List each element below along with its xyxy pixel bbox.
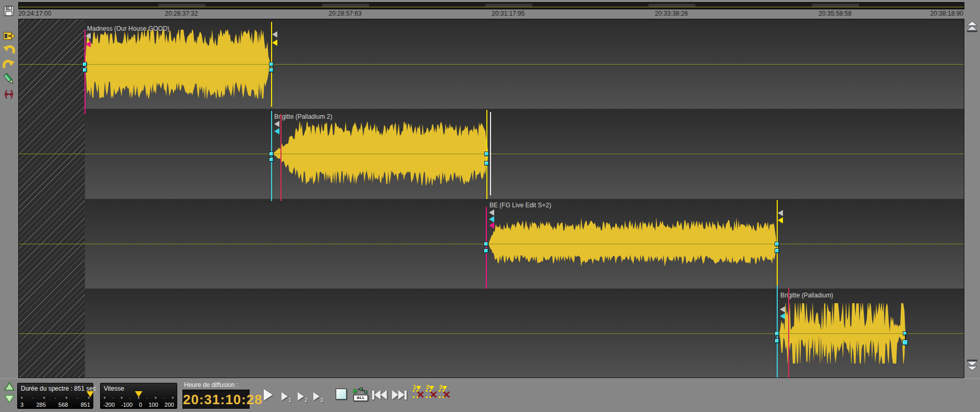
- fade-handle[interactable]: [484, 161, 489, 166]
- overview-mark: [485, 4, 532, 7]
- marker-triangle-cyan[interactable]: [780, 313, 785, 319]
- fade-handle[interactable]: [82, 68, 87, 72]
- export-icon: [2, 30, 16, 42]
- playhead-line[interactable]: [490, 112, 491, 195]
- scroll-down-button[interactable]: [965, 359, 979, 372]
- play-2-button[interactable]: 2: [298, 392, 304, 402]
- spectrum-duration-panel: Durée du spectre : 851 sec +·+·+·+ 32855…: [17, 383, 93, 409]
- play-3-button[interactable]: 3: [313, 392, 320, 402]
- marker-triangle-yellow[interactable]: [272, 40, 277, 46]
- ruler-timestamp: 20:26:37:32: [165, 10, 198, 17]
- speed-panel: Vitesse +·+·+·+·+ -200-1000100200: [100, 383, 177, 409]
- play-1-icon: [281, 392, 288, 401]
- fade-handle[interactable]: [903, 331, 907, 335]
- marker-triangle-gray[interactable]: [272, 31, 277, 38]
- marker-triangle-gray[interactable]: [274, 121, 279, 127]
- right-scroll-column: [964, 0, 980, 412]
- fade-handle[interactable]: [484, 242, 488, 246]
- marker-triangle-magenta[interactable]: [489, 222, 494, 229]
- cue-line-red[interactable]: [280, 114, 281, 201]
- marker-triangle-cyan[interactable]: [489, 216, 494, 222]
- skip-to-start-button[interactable]: [372, 390, 387, 399]
- marker-triangle-gray[interactable]: [778, 210, 783, 216]
- track-center-line: [19, 154, 964, 154]
- fade-handle[interactable]: [269, 68, 274, 72]
- timeline-ruler[interactable]: 20:24:17:0020:26:37:3220:28:57:6320:31:1…: [18, 9, 964, 18]
- tick-label: 285: [36, 402, 45, 408]
- stop-button[interactable]: [336, 389, 347, 399]
- scroll-up-button[interactable]: [965, 21, 979, 33]
- fade-handle[interactable]: [269, 62, 274, 67]
- cue-line-magenta[interactable]: [486, 207, 487, 289]
- tick-label: 851: [81, 402, 90, 408]
- fit-icon: [2, 88, 16, 101]
- export-button[interactable]: [2, 29, 16, 43]
- skip-to-start-icon: [372, 390, 387, 399]
- tick-label: -100: [121, 402, 132, 408]
- speed-slider-handle[interactable]: [135, 391, 142, 397]
- save-button[interactable]: [2, 4, 16, 18]
- fade-handle[interactable]: [775, 242, 779, 246]
- timeline-overview[interactable]: [18, 2, 964, 9]
- marker-triangle-magenta[interactable]: [85, 41, 91, 47]
- ruler-timestamp: 20:35:58:58: [818, 10, 851, 17]
- tick-mark: +: [43, 396, 45, 401]
- fade-handle[interactable]: [775, 339, 779, 343]
- play-1-button[interactable]: 1: [281, 392, 288, 402]
- waveform-canvas[interactable]: Madness (Our House GOOD)Brigitte (Pallad…: [18, 19, 964, 378]
- pencil-icon: [2, 73, 16, 85]
- play-button[interactable]: [264, 389, 273, 402]
- nudge-down-button[interactable]: [3, 394, 16, 405]
- tick-mark: +: [120, 396, 123, 401]
- overview-mark: [158, 4, 205, 7]
- edit-button[interactable]: [2, 72, 16, 86]
- nudge-up-button[interactable]: [3, 382, 16, 392]
- play-all-button[interactable]: ALL: [353, 388, 368, 403]
- play-all-icon: ALL: [353, 388, 368, 401]
- clip-label: Madness (Our House GOOD): [87, 25, 169, 32]
- undo-button[interactable]: [2, 44, 16, 57]
- tick-mark: ·: [32, 396, 34, 401]
- fade-handle[interactable]: [775, 248, 779, 253]
- marker-triangle-yellow[interactable]: [778, 217, 783, 223]
- redo-icon: [2, 59, 16, 71]
- marker-triangle-cyan[interactable]: [274, 128, 279, 134]
- floppy-icon: [2, 5, 16, 17]
- fit-width-button[interactable]: [2, 88, 16, 101]
- triangle-down-icon: [4, 397, 15, 405]
- cue-line-red[interactable]: [788, 288, 789, 378]
- fade-handle[interactable]: [484, 248, 488, 253]
- fade-handle[interactable]: [269, 152, 274, 156]
- marker-triangle-gray[interactable]: [85, 33, 91, 39]
- broadcast-time-label: Heure de diffusion :: [184, 381, 238, 389]
- tick-label: 100: [149, 402, 158, 408]
- fade-handle[interactable]: [775, 331, 779, 336]
- tick-mark: +: [154, 396, 157, 401]
- spectrum-slider-handle[interactable]: [87, 391, 94, 397]
- track-center-line: [19, 244, 964, 244]
- tick-mark: +: [65, 396, 68, 401]
- stop-icon: [336, 389, 347, 399]
- marker-triangle-gray[interactable]: [489, 209, 494, 216]
- fade-handle[interactable]: [484, 152, 489, 156]
- tick-label: 200: [165, 402, 174, 408]
- marker-triangle-gray[interactable]: [780, 306, 785, 313]
- overview-mark: [648, 4, 695, 7]
- tick-label: 3: [20, 402, 23, 408]
- fade-handle[interactable]: [269, 157, 274, 162]
- tick-mark: ·: [163, 396, 165, 401]
- skip-to-end-button[interactable]: [392, 390, 407, 399]
- overview-center-line: [19, 7, 964, 7]
- empty-region-hatch: [19, 19, 85, 378]
- ruler-timestamp: 20:38:18:90: [930, 10, 963, 17]
- fade-handle[interactable]: [902, 340, 908, 345]
- track-center-line: [19, 333, 964, 334]
- overview-mark: [812, 4, 859, 7]
- fade-handle[interactable]: [82, 62, 87, 67]
- redo-button[interactable]: [2, 58, 16, 72]
- double-chevron-up-icon: [965, 26, 979, 34]
- ruler-timestamp: 20:31:17:95: [492, 10, 524, 17]
- clip-label: Brigitte (Palladium 2): [274, 113, 332, 120]
- spectrum-duration-slider[interactable]: +·+·+·+ 3285568851: [20, 396, 90, 408]
- speed-slider[interactable]: +·+·+·+·+ -200-1000100200: [103, 396, 174, 408]
